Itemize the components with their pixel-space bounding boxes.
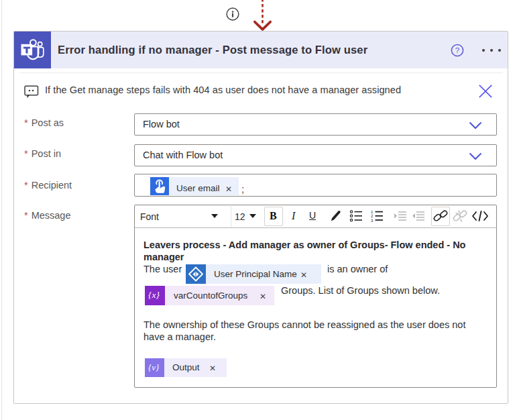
svg-text:?: ? <box>455 46 459 54</box>
svg-text:1: 1 <box>371 210 374 214</box>
svg-text:2: 2 <box>371 214 374 218</box>
svg-text:3: 3 <box>371 219 374 223</box>
